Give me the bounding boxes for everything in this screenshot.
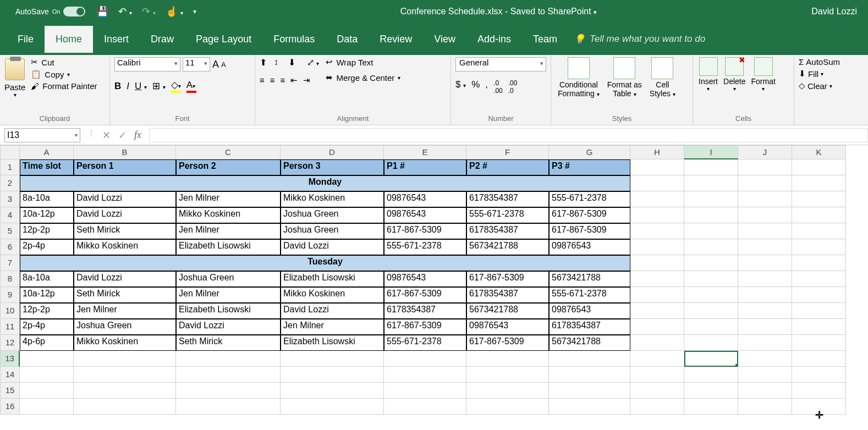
spreadsheet-grid[interactable]: 12345678910111213141516 ABCDEFGHIJK Time… (0, 145, 868, 415)
column-header-J[interactable]: J (738, 145, 792, 159)
cell[interactable] (176, 367, 281, 383)
cell[interactable]: 10a-12p (20, 207, 74, 223)
cell[interactable] (684, 175, 738, 191)
cell[interactable] (738, 255, 792, 271)
cell[interactable] (281, 383, 384, 399)
cell[interactable]: Person 1 (74, 159, 176, 175)
cell[interactable]: 12p-2p (20, 223, 74, 239)
cell[interactable] (630, 335, 684, 351)
cell[interactable] (792, 303, 846, 319)
cell[interactable]: Jen Milner (176, 191, 281, 207)
cell[interactable] (792, 255, 846, 271)
name-box[interactable]: I13▾ (4, 128, 80, 142)
wrap-text-button[interactable]: ↩Wrap Text (326, 57, 400, 67)
accounting-format-button[interactable]: $ ▾ (455, 79, 466, 95)
cell[interactable]: 555-671-2378 (466, 207, 549, 223)
cell[interactable] (684, 367, 738, 383)
day-header[interactable]: Monday (20, 175, 630, 191)
cell[interactable] (74, 383, 176, 399)
cell[interactable] (384, 383, 466, 399)
paste-button[interactable]: Paste ▾ (4, 57, 29, 113)
cell[interactable] (684, 319, 738, 335)
increase-decimal-button[interactable]: .0.00 (493, 79, 503, 95)
cell[interactable] (684, 159, 738, 175)
merge-center-button[interactable]: ⬌Merge & Center ▾ (326, 73, 400, 82)
cell[interactable]: 555-671-2378 (384, 335, 466, 351)
cell[interactable]: Elizabeth Lisowski (176, 239, 281, 255)
cell[interactable] (684, 271, 738, 287)
cell[interactable]: 2p-4p (20, 239, 74, 255)
cell[interactable]: 12p-2p (20, 303, 74, 319)
cell[interactable]: 617-867-5309 (384, 287, 466, 303)
cell[interactable]: 6178354387 (466, 223, 549, 239)
cell[interactable]: Seth Mirick (74, 287, 176, 303)
cell[interactable] (684, 207, 738, 223)
cell[interactable] (630, 319, 684, 335)
cell[interactable] (684, 287, 738, 303)
cell[interactable] (738, 367, 792, 383)
cell[interactable] (792, 191, 846, 207)
tab-insert[interactable]: Insert (93, 26, 140, 53)
cell[interactable]: 4p-6p (20, 335, 74, 351)
cell[interactable] (738, 335, 792, 351)
underline-button[interactable]: U ▾ (135, 81, 147, 92)
tab-addins[interactable]: Add-ins (466, 26, 522, 53)
row-header-10[interactable]: 10 (0, 303, 20, 319)
tab-draw[interactable]: Draw (140, 26, 185, 53)
enter-icon[interactable]: ✓ (118, 129, 127, 141)
column-header-K[interactable]: K (792, 145, 846, 159)
column-header-F[interactable]: F (466, 145, 549, 159)
cell[interactable] (738, 351, 792, 367)
column-header-G[interactable]: G (549, 145, 630, 159)
decrease-decimal-button[interactable]: .00.0 (508, 79, 518, 95)
cut-button[interactable]: ✂Cut (31, 57, 97, 67)
row-header-11[interactable]: 11 (0, 319, 20, 335)
cell[interactable] (281, 367, 384, 383)
align-left-icon[interactable]: ≡ (260, 75, 265, 85)
cell[interactable] (630, 239, 684, 255)
cell[interactable] (549, 367, 630, 383)
cell[interactable]: Jen Milner (281, 319, 384, 335)
cell[interactable]: 6178354387 (549, 319, 630, 335)
cell[interactable]: Elizabeth Lisowski (176, 303, 281, 319)
cell[interactable] (792, 239, 846, 255)
comma-format-button[interactable]: , (485, 79, 488, 95)
cell[interactable]: 6178354387 (384, 303, 466, 319)
row-header-8[interactable]: 8 (0, 271, 20, 287)
cell[interactable]: Mikko Koskinen (281, 287, 384, 303)
italic-button[interactable]: I (127, 81, 129, 92)
cell[interactable]: 09876543 (466, 319, 549, 335)
font-name-combo[interactable]: Calibri (114, 57, 180, 71)
row-header-14[interactable]: 14 (0, 367, 20, 383)
decrease-indent-icon[interactable]: ⇤ (290, 75, 298, 85)
cell[interactable]: David Lozzi (281, 239, 384, 255)
cell[interactable] (176, 351, 281, 367)
decrease-font-icon[interactable]: A (221, 60, 226, 69)
cell[interactable] (630, 399, 684, 415)
cell[interactable]: David Lozzi (281, 303, 384, 319)
cell[interactable]: 8a-10a (20, 271, 74, 287)
cell[interactable]: 6178354387 (466, 191, 549, 207)
tab-review[interactable]: Review (369, 26, 423, 53)
cell[interactable]: Seth Mirick (74, 223, 176, 239)
cell[interactable] (20, 383, 74, 399)
cell[interactable] (630, 191, 684, 207)
cell[interactable] (20, 351, 74, 367)
save-icon[interactable]: 💾 (96, 5, 108, 18)
tab-file[interactable]: File (7, 26, 45, 53)
cell[interactable] (630, 223, 684, 239)
cell[interactable]: Joshua Green (281, 223, 384, 239)
cell-styles-button[interactable]: CellStyles ▾ (647, 57, 678, 113)
touch-mode-icon[interactable]: ☝ ▾ (166, 5, 183, 18)
format-cells-button[interactable]: Format▾ (750, 57, 776, 113)
cell[interactable]: Jen Milner (176, 287, 281, 303)
cell[interactable] (630, 367, 684, 383)
select-all-corner[interactable] (0, 145, 20, 159)
tab-team[interactable]: Team (522, 26, 568, 53)
cell[interactable] (792, 351, 846, 367)
cell[interactable] (792, 223, 846, 239)
cell[interactable] (466, 399, 549, 415)
cell[interactable]: 5673421788 (549, 271, 630, 287)
increase-indent-icon[interactable]: ⇥ (303, 75, 310, 85)
cell[interactable]: 617-867-5309 (384, 319, 466, 335)
